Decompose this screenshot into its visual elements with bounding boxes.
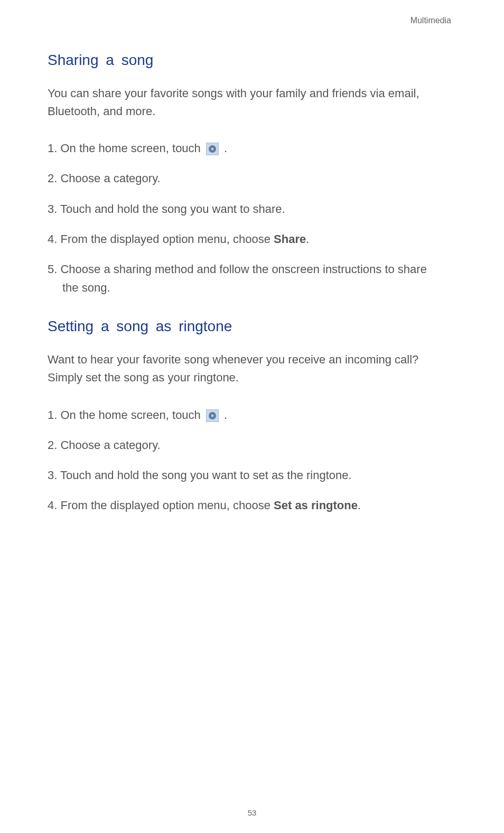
- heading-ringtone: Setting a song as ringtone: [48, 318, 456, 335]
- step-item: 1. On the home screen, touch .: [48, 406, 456, 424]
- steps-ringtone: 1. On the home screen, touch . 2. Choose…: [48, 406, 456, 515]
- step-text: .: [224, 142, 227, 155]
- intro-ringtone: Want to hear your favorite song whenever…: [48, 351, 456, 387]
- step-text: 1. On the home screen, touch: [48, 142, 204, 155]
- music-icon: [206, 143, 219, 155]
- steps-sharing-song: 1. On the home screen, touch . 2. Choose…: [48, 139, 456, 297]
- step-text: .: [224, 408, 227, 422]
- section-ringtone: Setting a song as ringtone Want to hear …: [48, 318, 456, 514]
- step-text: 5. Choose a sharing method and follow th…: [48, 263, 427, 276]
- svg-point-5: [211, 414, 213, 417]
- music-icon: [206, 409, 219, 422]
- page-number: 53: [0, 808, 504, 817]
- step-item: 5. Choose a sharing method and follow th…: [48, 260, 456, 297]
- step-text: .: [306, 232, 309, 246]
- step-item: 3. Touch and hold the song you want to s…: [48, 466, 456, 484]
- section-sharing-song: Sharing a song You can share your favori…: [48, 52, 456, 297]
- step-text: the song.: [48, 281, 110, 294]
- step-item: 1. On the home screen, touch .: [48, 139, 456, 157]
- step-item: 2. Choose a category.: [48, 169, 456, 188]
- svg-point-2: [211, 148, 213, 151]
- step-text: 4. From the displayed option menu, choos…: [48, 232, 274, 246]
- step-item: 4. From the displayed option menu, choos…: [48, 496, 456, 514]
- step-text: 4. From the displayed option menu, choos…: [48, 499, 274, 512]
- step-item: 2. Choose a category.: [48, 436, 456, 454]
- heading-sharing-song: Sharing a song: [48, 52, 456, 69]
- step-text: .: [358, 499, 361, 512]
- step-bold-label: Share: [274, 232, 306, 246]
- intro-sharing-song: You can share your favorite songs with y…: [48, 85, 456, 120]
- chapter-label: Multimedia: [48, 16, 456, 25]
- step-item: 4. From the displayed option menu, choos…: [48, 230, 456, 248]
- step-text: 1. On the home screen, touch: [48, 408, 204, 422]
- step-item: 3. Touch and hold the song you want to s…: [48, 200, 456, 218]
- step-bold-label: Set as ringtone: [274, 499, 358, 512]
